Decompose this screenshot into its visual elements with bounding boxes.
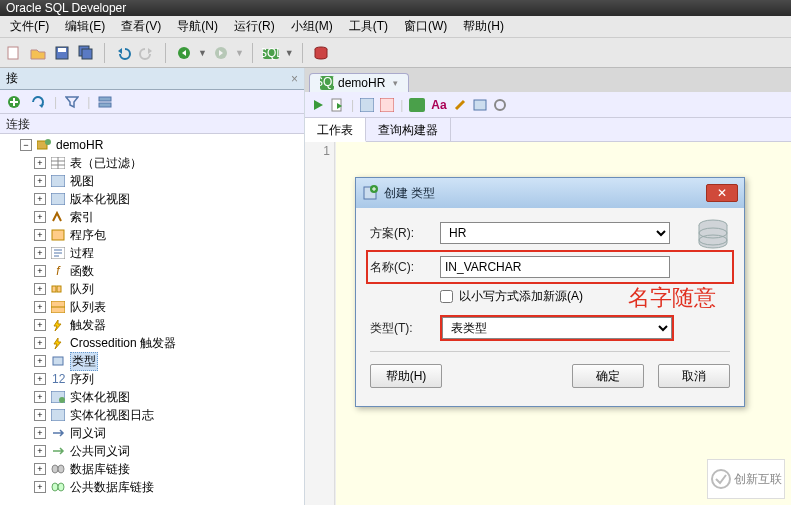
open-icon[interactable] bbox=[28, 43, 48, 63]
name-label: 名称(C): bbox=[370, 259, 440, 276]
package-icon bbox=[50, 228, 66, 242]
tree-node-public-dblinks[interactable]: +公共数据库链接 bbox=[0, 478, 304, 496]
undo-icon[interactable] bbox=[113, 43, 133, 63]
saveall-icon[interactable] bbox=[76, 43, 96, 63]
tree-node-mview-logs[interactable]: +实体化视图日志 bbox=[0, 406, 304, 424]
sql-icon[interactable] bbox=[409, 98, 425, 112]
expand-icon[interactable]: + bbox=[34, 427, 46, 439]
expand-icon[interactable]: + bbox=[34, 319, 46, 331]
sql-icon[interactable]: SQL bbox=[261, 43, 281, 63]
menu-view[interactable]: 查看(V) bbox=[113, 18, 169, 35]
run-script-icon[interactable] bbox=[331, 98, 345, 112]
connections-tab-label: 接 bbox=[6, 70, 18, 87]
new-icon[interactable] bbox=[4, 43, 24, 63]
collapse-icon[interactable] bbox=[98, 95, 112, 109]
cancel-button[interactable]: 取消 bbox=[658, 364, 730, 388]
dialog-close-button[interactable]: ✕ bbox=[706, 184, 738, 202]
back-icon[interactable] bbox=[174, 43, 194, 63]
expand-icon[interactable]: + bbox=[34, 373, 46, 385]
menu-tools[interactable]: 工具(T) bbox=[341, 18, 396, 35]
format-icon[interactable]: Aa bbox=[431, 98, 446, 112]
svg-rect-2 bbox=[58, 48, 66, 52]
tree-node-views[interactable]: +视图 bbox=[0, 172, 304, 190]
editor-tab[interactable]: SQL demoHR ▾ bbox=[309, 73, 409, 92]
expand-icon[interactable]: + bbox=[34, 481, 46, 493]
worksheet-tab[interactable]: 工作表 bbox=[305, 118, 366, 142]
expand-icon[interactable]: + bbox=[34, 193, 46, 205]
expand-icon[interactable]: + bbox=[34, 301, 46, 313]
menu-run[interactable]: 运行(R) bbox=[226, 18, 283, 35]
expand-icon[interactable]: + bbox=[34, 265, 46, 277]
expand-icon[interactable]: + bbox=[34, 283, 46, 295]
dialog-titlebar[interactable]: 创建 类型 ✕ bbox=[356, 178, 744, 208]
new-connection-icon[interactable] bbox=[6, 94, 22, 110]
tree-node-packages[interactable]: +程序包 bbox=[0, 226, 304, 244]
tree-node-crossedition-triggers[interactable]: +Crossedition 触发器 bbox=[0, 334, 304, 352]
tree-node-types[interactable]: +类型 bbox=[0, 352, 304, 370]
tree-node-public-synonyms[interactable]: +公共同义词 bbox=[0, 442, 304, 460]
tree-node-queue-tables[interactable]: +队列表 bbox=[0, 298, 304, 316]
tree-node-sequences[interactable]: +123序列 bbox=[0, 370, 304, 388]
tree-node-mviews[interactable]: +实体化视图 bbox=[0, 388, 304, 406]
lowercase-checkbox[interactable] bbox=[440, 290, 453, 303]
menu-nav[interactable]: 导航(N) bbox=[169, 18, 226, 35]
tree-node-editioning-views[interactable]: +版本化视图 bbox=[0, 190, 304, 208]
tree-node-queues[interactable]: +队列 bbox=[0, 280, 304, 298]
tree-node-synonyms[interactable]: +同义词 bbox=[0, 424, 304, 442]
expand-icon[interactable]: + bbox=[34, 175, 46, 187]
expand-icon[interactable]: + bbox=[34, 229, 46, 241]
connections-tab[interactable]: 接 × bbox=[0, 68, 304, 90]
folder-icon bbox=[50, 192, 66, 206]
expand-icon[interactable]: − bbox=[20, 139, 32, 151]
window-titlebar: Oracle SQL Developer bbox=[0, 0, 791, 16]
forward-icon[interactable] bbox=[211, 43, 231, 63]
query-builder-tab[interactable]: 查询构建器 bbox=[366, 118, 451, 141]
queuetable-icon bbox=[50, 300, 66, 314]
expand-icon[interactable]: + bbox=[34, 337, 46, 349]
tree-node-procedures[interactable]: +过程 bbox=[0, 244, 304, 262]
tree-node-tables[interactable]: +表（已过滤） bbox=[0, 154, 304, 172]
expand-icon[interactable]: + bbox=[34, 247, 46, 259]
type-select[interactable]: 表类型 bbox=[442, 317, 672, 339]
editor-tabs: SQL demoHR ▾ bbox=[305, 68, 791, 92]
expand-icon[interactable]: + bbox=[34, 409, 46, 421]
filter-icon[interactable] bbox=[65, 95, 79, 109]
main-toolbar: ▼ ▼ SQL ▼ bbox=[0, 38, 791, 68]
expand-icon[interactable]: + bbox=[34, 391, 46, 403]
menu-team[interactable]: 小组(M) bbox=[283, 18, 341, 35]
autotrace-icon[interactable] bbox=[380, 98, 394, 112]
menu-window[interactable]: 窗口(W) bbox=[396, 18, 455, 35]
help-button[interactable]: 帮助(H) bbox=[370, 364, 442, 388]
object-tree[interactable]: − demoHR +表（已过滤） +视图 +版本化视图 +索引 +程序包 +过程… bbox=[0, 134, 304, 505]
tree-node-dblinks[interactable]: +数据库链接 bbox=[0, 460, 304, 478]
expand-icon[interactable]: + bbox=[34, 355, 46, 367]
redo-icon[interactable] bbox=[137, 43, 157, 63]
trigger-icon bbox=[50, 336, 66, 350]
close-panel-icon[interactable]: × bbox=[291, 72, 298, 86]
run-icon[interactable] bbox=[311, 98, 325, 112]
history-icon[interactable] bbox=[473, 98, 487, 112]
expand-icon[interactable]: + bbox=[34, 157, 46, 169]
name-input[interactable] bbox=[440, 256, 670, 278]
menu-edit[interactable]: 编辑(E) bbox=[57, 18, 113, 35]
tree-node-indexes[interactable]: +索引 bbox=[0, 208, 304, 226]
expand-icon[interactable]: + bbox=[34, 463, 46, 475]
settings-icon[interactable] bbox=[493, 98, 507, 112]
menu-help[interactable]: 帮助(H) bbox=[455, 18, 512, 35]
expand-icon[interactable]: + bbox=[34, 445, 46, 457]
type-row: 类型(T): 表类型 bbox=[370, 315, 730, 341]
clear-icon[interactable] bbox=[453, 98, 467, 112]
save-icon[interactable] bbox=[52, 43, 72, 63]
tree-node-functions[interactable]: +f函数 bbox=[0, 262, 304, 280]
explain-plan-icon[interactable] bbox=[360, 98, 374, 112]
tab-menu-icon[interactable]: ▾ bbox=[393, 78, 398, 88]
tree-node-triggers[interactable]: +触发器 bbox=[0, 316, 304, 334]
menu-file[interactable]: 文件(F) bbox=[2, 18, 57, 35]
ok-button[interactable]: 确定 bbox=[572, 364, 644, 388]
db-icon[interactable] bbox=[311, 43, 331, 63]
scheme-select[interactable]: HR bbox=[440, 222, 670, 244]
expand-icon[interactable]: + bbox=[34, 211, 46, 223]
type-label: 类型(T): bbox=[370, 320, 440, 337]
refresh-icon[interactable] bbox=[30, 94, 46, 110]
tree-root[interactable]: − demoHR bbox=[0, 136, 304, 154]
